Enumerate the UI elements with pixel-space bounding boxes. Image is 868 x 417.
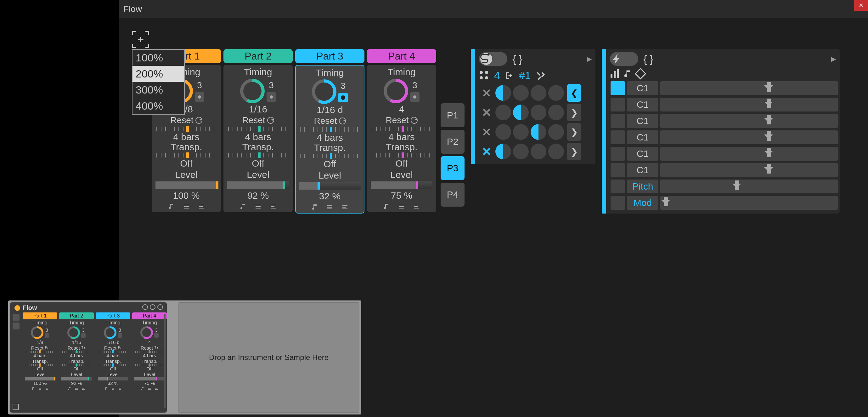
expand-add-button[interactable]: + bbox=[132, 31, 149, 48]
part-header[interactable]: Part 2 bbox=[223, 49, 293, 63]
lane-slider[interactable] bbox=[660, 180, 838, 193]
thumb-scrollbar[interactable] bbox=[164, 314, 165, 408]
zoom-option[interactable]: 200% bbox=[132, 66, 184, 82]
row-nav-button[interactable]: ❯ bbox=[567, 143, 581, 160]
thumb-part[interactable]: Part 2 Timing 3 1/16 Reset ↻ 4 bars Tran… bbox=[59, 312, 94, 391]
thumb-part[interactable]: Part 1 Timing 3 1/8 Reset ↻ 4 bars Trans… bbox=[23, 312, 57, 391]
lane-slider[interactable] bbox=[660, 130, 838, 144]
grid-cell[interactable] bbox=[513, 124, 529, 140]
lane-enable[interactable] bbox=[611, 98, 625, 112]
thumb-part[interactable]: Part 4 Timing 3 4 Reset ↻ 4 bars Transp.… bbox=[132, 312, 167, 391]
level-slider[interactable] bbox=[299, 182, 361, 189]
grid-cell[interactable] bbox=[531, 85, 546, 101]
menu-icon[interactable] bbox=[397, 203, 406, 210]
lane-enable[interactable] bbox=[611, 114, 625, 128]
lane-slider[interactable] bbox=[660, 81, 838, 95]
lane-enable[interactable] bbox=[611, 163, 625, 177]
thumb-side-buttons[interactable] bbox=[12, 314, 20, 329]
row-x-button[interactable] bbox=[479, 145, 494, 158]
lane-name[interactable]: Mod bbox=[627, 196, 658, 210]
import-icon[interactable] bbox=[505, 71, 514, 80]
grid-cell[interactable] bbox=[513, 144, 529, 159]
close-button[interactable]: × bbox=[854, 0, 868, 11]
menu-icon[interactable] bbox=[254, 203, 262, 210]
bars-slider[interactable] bbox=[372, 127, 432, 131]
timing-denominator[interactable]: 1/16 d bbox=[317, 105, 343, 115]
transpose-slider[interactable] bbox=[156, 153, 216, 157]
timing-denominator[interactable]: 1/16 bbox=[249, 104, 267, 115]
lane-enable[interactable] bbox=[611, 147, 625, 160]
grid-layout-icon[interactable] bbox=[479, 71, 489, 80]
velocity-icon[interactable] bbox=[611, 69, 619, 78]
shuffle-icon[interactable] bbox=[536, 70, 547, 81]
lane-name[interactable]: C1 bbox=[627, 98, 658, 112]
grid-cell[interactable] bbox=[495, 85, 511, 101]
grid-cell[interactable] bbox=[495, 105, 511, 120]
dot-toggle[interactable] bbox=[410, 92, 420, 102]
transpose-slider[interactable] bbox=[300, 154, 360, 158]
braces-icon[interactable]: { } bbox=[513, 53, 522, 65]
level-slider[interactable] bbox=[155, 181, 217, 189]
note-icon[interactable] bbox=[623, 69, 632, 78]
timing-knob[interactable] bbox=[312, 79, 336, 104]
grid-cell[interactable] bbox=[548, 124, 564, 140]
lane-name[interactable]: C1 bbox=[627, 163, 658, 177]
dot-toggle[interactable] bbox=[338, 93, 348, 102]
routing-pill[interactable] bbox=[479, 52, 507, 66]
thumb-header-icons[interactable] bbox=[142, 304, 163, 310]
lane-mode-pill[interactable] bbox=[610, 52, 638, 66]
grid-cell[interactable] bbox=[531, 124, 546, 140]
zoom-option[interactable]: 400% bbox=[132, 98, 184, 114]
lane-slider[interactable] bbox=[660, 114, 838, 128]
timing-value[interactable]: 3 bbox=[341, 81, 346, 91]
menu-icon[interactable] bbox=[182, 203, 191, 210]
transpose-slider[interactable] bbox=[228, 153, 288, 157]
part-header[interactable]: Part 4 bbox=[367, 49, 436, 63]
row-x-button[interactable] bbox=[479, 86, 494, 100]
grid-cell[interactable] bbox=[548, 105, 564, 120]
transpose-slider[interactable] bbox=[372, 153, 432, 157]
level-slider[interactable] bbox=[227, 181, 289, 189]
timing-denominator[interactable]: 4 bbox=[399, 104, 404, 115]
notes-icon[interactable] bbox=[310, 204, 319, 211]
timing-value[interactable]: 3 bbox=[412, 80, 417, 90]
grid-cell[interactable] bbox=[495, 124, 511, 140]
notes-icon[interactable] bbox=[382, 203, 391, 210]
diamond-icon[interactable] bbox=[635, 68, 646, 80]
notes-icon[interactable] bbox=[167, 203, 176, 210]
reset-button[interactable]: Reset bbox=[170, 115, 202, 125]
row-nav-button[interactable]: ❯ bbox=[567, 103, 581, 121]
grid-cell[interactable] bbox=[513, 85, 529, 101]
part-tab[interactable]: P3 bbox=[441, 156, 465, 180]
bars-slider[interactable] bbox=[228, 127, 288, 131]
lane-slider[interactable] bbox=[660, 98, 838, 112]
list-icon[interactable] bbox=[197, 203, 206, 210]
grid-preset[interactable]: #1 bbox=[519, 69, 531, 82]
grid-step-count[interactable]: 4 bbox=[494, 69, 500, 82]
grid-cell[interactable] bbox=[495, 144, 511, 159]
menu-icon[interactable] bbox=[326, 204, 334, 211]
lane-name[interactable]: C1 bbox=[627, 81, 658, 95]
timing-knob[interactable] bbox=[240, 79, 265, 103]
lane-enable[interactable] bbox=[611, 180, 625, 193]
drop-zone[interactable]: Drop an Instrument or Sample Here bbox=[178, 302, 360, 413]
grid-cell[interactable] bbox=[513, 105, 529, 120]
zoom-option[interactable]: 300% bbox=[132, 82, 184, 98]
lane-enable[interactable] bbox=[611, 81, 625, 95]
list-icon[interactable] bbox=[412, 203, 421, 210]
timing-knob[interactable] bbox=[384, 79, 408, 103]
lane-name[interactable]: Pitch bbox=[627, 180, 658, 193]
lane-name[interactable]: C1 bbox=[627, 114, 658, 128]
row-x-button[interactable] bbox=[479, 125, 494, 139]
grid-cell[interactable] bbox=[548, 144, 564, 159]
row-nav-button[interactable]: ❯ bbox=[567, 123, 581, 141]
zoom-option[interactable]: 100% bbox=[132, 50, 184, 66]
reset-button[interactable]: Reset bbox=[385, 115, 417, 125]
bars-slider[interactable] bbox=[300, 127, 360, 132]
bars-slider[interactable] bbox=[156, 127, 216, 131]
reset-button[interactable]: Reset bbox=[314, 116, 346, 126]
lane-slider[interactable] bbox=[660, 163, 838, 177]
lane-enable[interactable] bbox=[611, 130, 625, 144]
lane-name[interactable]: C1 bbox=[627, 147, 658, 160]
braces-icon[interactable]: { } bbox=[643, 53, 653, 65]
